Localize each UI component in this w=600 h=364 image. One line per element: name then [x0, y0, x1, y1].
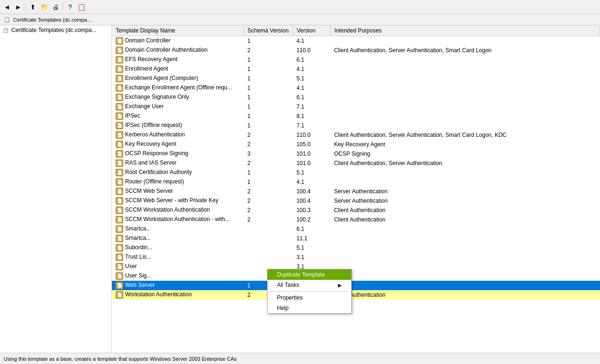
row-cert-icon: 📄 — [116, 216, 123, 223]
cell-version: 4.1 — [292, 177, 330, 187]
row-cert-icon: 📄 — [116, 253, 123, 261]
cell-version: 110.0 — [292, 130, 330, 140]
row-cert-icon: 📄 — [116, 103, 123, 111]
cell-name: 📄Router (Offline request) — [112, 177, 244, 187]
status-text: Using this template as a base, creates a… — [4, 356, 237, 362]
row-cert-icon: 📄 — [116, 225, 123, 233]
extra-button[interactable]: 📋 — [76, 2, 87, 12]
table-row[interactable]: 📄User Sig...4.1 — [112, 271, 600, 281]
table-row[interactable]: 📄EFS Recovery Agent16.1 — [112, 55, 600, 64]
row-cert-icon: 📄 — [116, 112, 123, 120]
print-button[interactable]: 🖨 — [50, 2, 61, 12]
context-menu-all-tasks[interactable]: All Tasks ▶ — [268, 280, 351, 290]
cert-table: Template Display Name Schema Version Ver… — [112, 25, 600, 300]
cell-purposes — [330, 177, 600, 187]
cell-name: 📄User — [112, 262, 244, 271]
cell-name: 📄Enrollment Agent — [112, 64, 244, 74]
table-row[interactable]: 📄Exchange Enrollment Agent (Offline requ… — [112, 83, 600, 93]
context-menu-duplicate-template[interactable]: Duplicate Template — [268, 269, 351, 280]
cell-purposes: Server Authentication — [330, 187, 600, 196]
row-cert-icon: 📄 — [116, 244, 123, 252]
table-row[interactable]: 📄Root Certification Authority15.1 — [112, 168, 600, 177]
cell-purposes: Client Authentication, Server Authentica… — [330, 158, 600, 168]
table-row[interactable]: 📄Enrollment Agent (Computer)15.1 — [112, 74, 600, 83]
table-row[interactable]: 📄OCSP Response Signing3101.0OCSP Signing — [112, 149, 600, 158]
cell-version: 4.1 — [292, 36, 330, 46]
cell-name: 📄Kerberos Authentication — [112, 130, 244, 140]
forward-button[interactable]: ► — [13, 2, 24, 12]
cell-name: 📄Domain Controller Authentication — [112, 46, 244, 55]
table-row[interactable]: 📄RAS and IAS Server2101.0Client Authenti… — [112, 158, 600, 168]
cell-version: 110.0 — [292, 46, 330, 55]
cell-version: 100.2 — [292, 215, 330, 224]
table-row[interactable]: 📄SCCM Web Server2100.4Server Authenticat… — [112, 187, 600, 196]
table-row[interactable]: 📄Domain Controller14.1 — [112, 36, 600, 46]
row-cert-icon: 📄 — [116, 84, 123, 92]
table-row[interactable]: 📄SCCM Workstation Authentication - with.… — [112, 215, 600, 224]
row-cert-icon: 📄 — [116, 75, 123, 82]
cell-purposes — [330, 234, 600, 243]
table-row[interactable]: 📄Exchange User17.1 — [112, 102, 600, 111]
table-row[interactable]: 📄Key Recovery Agent2105.0Key Recovery Ag… — [112, 140, 600, 149]
table-row[interactable]: 📄Exchange Signature Only16.1 — [112, 93, 600, 102]
table-row[interactable]: 📄Kerberos Authentication2110.0Client Aut… — [112, 130, 600, 140]
help-button[interactable]: ? — [65, 2, 75, 12]
table-row[interactable]: 📄Domain Controller Authentication2110.0C… — [112, 46, 600, 55]
up-button[interactable]: ⬆ — [28, 2, 38, 12]
cell-schema — [244, 234, 292, 243]
table-row[interactable]: 📄IPSec18.1 — [112, 111, 600, 121]
main-container: 📋 Certificate Templates (dc.compa... Tem… — [0, 25, 600, 353]
table-row[interactable]: 📄SCCM Web Server - with Private Key2100.… — [112, 196, 600, 206]
cell-schema: 1 — [244, 83, 292, 93]
cell-purposes — [330, 168, 600, 177]
table-row[interactable]: 📄Router (Offline request)14.1 — [112, 177, 600, 187]
sidebar-item-label: Certificate Templates (dc.compa... — [11, 27, 96, 33]
table-row[interactable]: 📄SCCM Workstation Authentication2100.3Cl… — [112, 206, 600, 215]
cell-version: 6.1 — [292, 93, 330, 102]
cell-purposes: Server Authentication — [330, 196, 600, 206]
table-row[interactable]: 📄IPSec (Offline request)17.1 — [112, 121, 600, 130]
table-header: Template Display Name Schema Version Ver… — [112, 25, 600, 36]
cell-purposes — [330, 121, 600, 130]
cell-version: 5.1 — [292, 74, 330, 83]
table-row[interactable]: 📄Smartca...11.1 — [112, 234, 600, 243]
cell-name: 📄Web Server — [112, 281, 244, 290]
col-header-purposes[interactable]: Intended Purposes — [330, 25, 600, 36]
address-bar: 📋 Certificate Templates (dc.compa... — [0, 14, 600, 25]
table-row[interactable]: 📄Subordin...5.1 — [112, 243, 600, 253]
cell-version: 101.0 — [292, 149, 330, 158]
cell-name: 📄SCCM Web Server - with Private Key — [112, 196, 244, 206]
col-header-version[interactable]: Version — [292, 25, 330, 36]
cell-schema: 1 — [244, 93, 292, 102]
row-cert-icon: 📄 — [116, 188, 123, 195]
table-row[interactable]: 📄User3.1 — [112, 262, 600, 271]
cell-version: 100.4 — [292, 196, 330, 206]
col-header-name[interactable]: Template Display Name — [112, 25, 244, 36]
table-row[interactable]: 📄Workstation Authentication2101.0Client … — [112, 290, 600, 300]
sidebar-item-cert-templates[interactable]: 📋 Certificate Templates (dc.compa... — [0, 25, 111, 35]
cell-name: 📄SCCM Workstation Authentication — [112, 206, 244, 215]
cell-schema: 1 — [244, 64, 292, 74]
table-row[interactable]: 📄Web Server14.1 — [112, 281, 600, 290]
col-header-schema[interactable]: Schema Version — [244, 25, 292, 36]
cell-schema: 1 — [244, 102, 292, 111]
submenu-arrow-icon: ▶ — [338, 283, 342, 288]
row-cert-icon: 📄 — [116, 169, 123, 176]
context-menu-separator — [268, 291, 351, 292]
cert-templates-icon: 📋 — [2, 26, 9, 34]
row-cert-icon: 📄 — [116, 122, 123, 129]
cell-name: 📄Domain Controller — [112, 36, 244, 46]
cell-schema: 2 — [244, 46, 292, 55]
show-hide-button[interactable]: 📁 — [39, 2, 49, 12]
table-row[interactable]: 📄Enrollment Agent14.1 — [112, 64, 600, 74]
cell-version: 11.1 — [292, 234, 330, 243]
cell-name: 📄IPSec — [112, 111, 244, 121]
table-row[interactable]: 📄Smartca...6.1 — [112, 224, 600, 234]
address-icon: 📋 — [4, 16, 10, 23]
table-row[interactable]: 📄Trust Lis...3.1 — [112, 253, 600, 262]
back-button[interactable]: ◄ — [2, 2, 12, 12]
cell-schema: 1 — [244, 74, 292, 83]
cell-purposes — [330, 243, 600, 253]
context-menu-properties[interactable]: Properties — [268, 293, 351, 303]
context-menu-help[interactable]: Help — [268, 303, 351, 313]
